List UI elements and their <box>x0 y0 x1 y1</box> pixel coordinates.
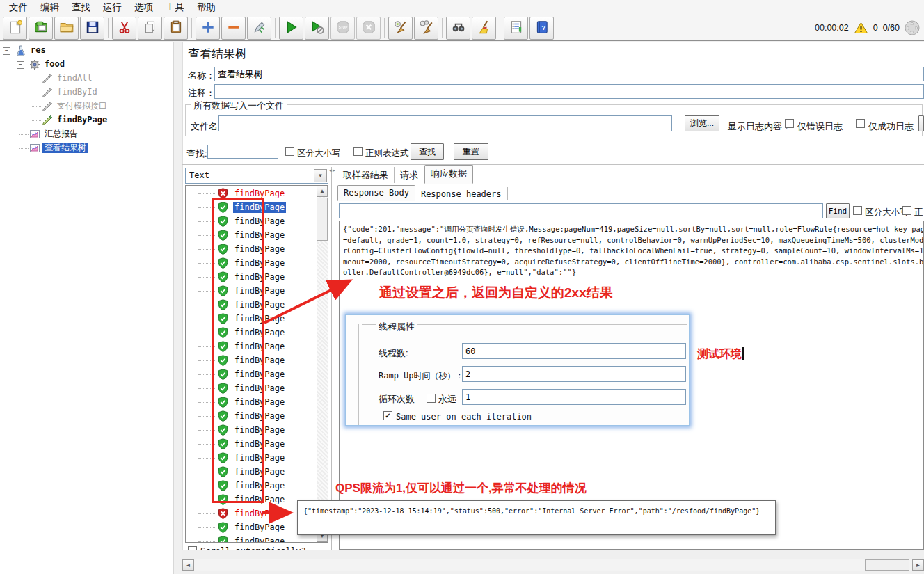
comment-input[interactable] <box>214 84 924 99</box>
result-item[interactable]: findByPage <box>186 186 317 200</box>
response-find-input[interactable] <box>339 203 823 218</box>
tree-node-view-results-tree[interactable]: 查看结果树 <box>0 141 174 155</box>
tree-node-findbypage[interactable]: findByPage <box>0 113 174 127</box>
tab-sampler-result[interactable]: 取样器结果 <box>337 167 395 183</box>
horizontal-scrollbar[interactable] <box>182 559 924 571</box>
reset-button[interactable]: 重置 <box>454 143 488 160</box>
result-item[interactable]: findByPage <box>186 228 317 242</box>
tree-node-res[interactable]: −res <box>0 44 174 58</box>
name-input[interactable] <box>214 67 924 81</box>
success-only-checkbox[interactable] <box>856 119 865 128</box>
help-button[interactable]: ? <box>529 17 554 40</box>
result-item[interactable]: findByPage <box>186 200 317 214</box>
scroll-left-icon[interactable]: ◄ <box>182 559 194 571</box>
chart-icon <box>29 143 40 154</box>
result-item[interactable]: findByPage <box>186 353 317 367</box>
result-item[interactable]: findByPage <box>186 284 317 298</box>
horizontal-scrollbar-thumb[interactable] <box>865 559 909 571</box>
result-item[interactable]: findByPage <box>186 312 317 326</box>
scroll-up-icon[interactable]: ▲ <box>317 186 328 197</box>
loop-count-input <box>462 389 686 405</box>
menu-item-options[interactable]: 选项 <box>128 1 159 15</box>
tab-response-data[interactable]: 响应数据 <box>424 165 473 184</box>
menu-item-search[interactable]: 查找 <box>65 1 97 15</box>
results-scrollbar-thumb[interactable] <box>317 198 328 241</box>
splitter[interactable] <box>335 167 335 557</box>
scroll-right-icon[interactable]: ► <box>912 559 924 571</box>
response-case-checkbox[interactable] <box>853 206 862 215</box>
start-button[interactable] <box>279 17 303 40</box>
toolbar-separator <box>500 18 500 38</box>
result-item[interactable]: findByPage <box>186 479 317 493</box>
tree-node-pay-mock[interactable]: 支付模拟接口 <box>0 99 174 113</box>
search-regex-checkbox[interactable] <box>353 147 363 156</box>
tree-node-summary-report[interactable]: 汇总报告 <box>0 127 174 141</box>
menu-item-help[interactable]: 帮助 <box>191 1 222 15</box>
function-helper-button[interactable] <box>504 17 528 40</box>
result-item[interactable]: findByPage <box>186 409 317 423</box>
view-mode-select[interactable]: Text ▼ <box>185 168 328 184</box>
result-item[interactable]: findByPage <box>186 381 317 395</box>
result-item-label: findByPage <box>233 355 286 366</box>
new-file-button[interactable] <box>3 17 27 40</box>
splitter[interactable] <box>331 167 332 557</box>
tree-node-food[interactable]: −food <box>0 58 174 72</box>
add-element-button[interactable] <box>196 17 220 40</box>
result-item[interactable]: findByPage <box>186 451 317 465</box>
result-item[interactable]: findByPage <box>186 242 317 256</box>
search-input[interactable] <box>207 145 278 159</box>
tree-expander-icon[interactable]: − <box>3 47 10 55</box>
open-template-button[interactable] <box>29 17 53 40</box>
chevron-down-icon[interactable]: ▼ <box>314 169 327 182</box>
search-button[interactable] <box>446 17 470 40</box>
tree-expander-icon[interactable]: − <box>17 61 24 69</box>
response-regex-checkbox[interactable] <box>902 206 911 215</box>
open-button[interactable] <box>54 17 79 40</box>
result-item[interactable]: findByPage <box>186 437 317 451</box>
remove-element-button[interactable] <box>221 17 246 40</box>
result-item[interactable]: findByPage <box>186 367 317 381</box>
menu-item-file[interactable]: 文件 <box>3 1 34 15</box>
result-item[interactable]: findByPage <box>186 423 317 437</box>
result-item[interactable]: findByPage <box>186 214 317 228</box>
update-gui-button[interactable] <box>247 17 271 40</box>
find-button[interactable]: 查找 <box>411 143 444 160</box>
tab-request[interactable]: 请求 <box>395 167 424 183</box>
clear-button[interactable] <box>388 17 413 40</box>
clear-all-button[interactable] <box>414 17 438 40</box>
tree-node-findall[interactable]: findAll <box>0 72 174 86</box>
toolbar-status: 00:00:02 0 0/60 <box>815 15 920 41</box>
result-item[interactable]: findByPage <box>186 326 317 340</box>
start-no-timers-button[interactable] <box>305 17 329 40</box>
save-button[interactable] <box>80 17 104 40</box>
result-item[interactable]: findByPage <box>186 298 317 312</box>
paste-button[interactable] <box>164 17 188 40</box>
result-item[interactable]: findByPage <box>186 465 317 479</box>
tree-node-findbyid[interactable]: findById <box>0 86 174 99</box>
splitter-collapse-icon[interactable]: ◄► <box>328 168 335 173</box>
results-scrollbar-track[interactable] <box>317 197 328 529</box>
result-item[interactable]: findByPage <box>186 340 317 353</box>
menu-item-tools[interactable]: 工具 <box>159 1 191 15</box>
search-case-checkbox[interactable] <box>285 147 294 156</box>
warning-icon[interactable] <box>854 22 868 34</box>
menu-item-edit[interactable]: 编辑 <box>34 1 65 15</box>
clear-search-button[interactable] <box>472 17 496 40</box>
result-item[interactable]: findByPage <box>186 534 317 543</box>
browse-button[interactable]: 浏览... <box>685 115 719 131</box>
tab-response-body[interactable]: Response Body <box>337 185 415 201</box>
view-mode-value: Text <box>189 170 209 180</box>
copy-button[interactable] <box>138 17 162 40</box>
result-item[interactable]: findByPage <box>186 395 317 409</box>
response-find-button[interactable]: Find <box>826 203 850 218</box>
menu-item-run[interactable]: 运行 <box>97 1 128 15</box>
cut-button[interactable] <box>112 17 136 40</box>
result-item[interactable]: findByPage <box>186 270 317 284</box>
errors-only-checkbox[interactable] <box>785 119 794 128</box>
result-item[interactable]: findByPage <box>186 256 317 270</box>
tab-response-headers[interactable]: Response headers <box>415 187 508 200</box>
filename-input[interactable] <box>218 115 672 131</box>
thread-count: 0/60 <box>883 23 900 33</box>
tree-node-label: findByPage <box>55 115 109 125</box>
configure-button-clipped[interactable] <box>918 115 924 131</box>
